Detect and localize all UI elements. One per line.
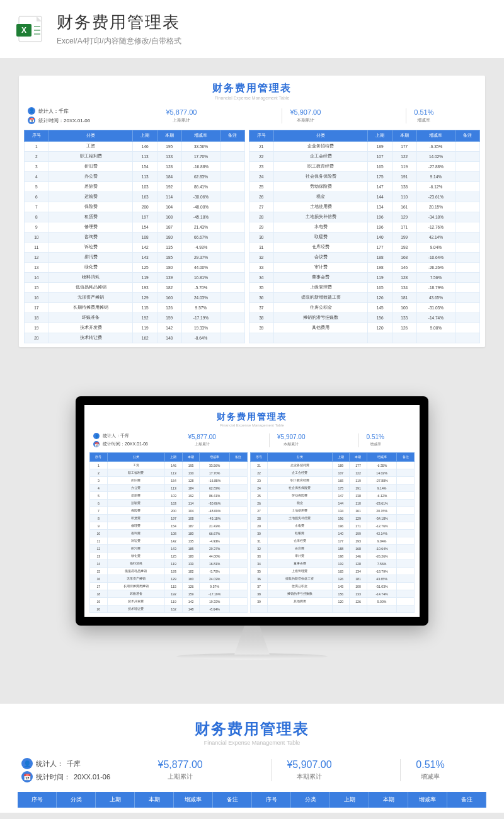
col-header: 分类 xyxy=(268,453,332,462)
stat-value: ¥5,907.00 xyxy=(277,433,306,440)
person-icon: 👤 xyxy=(28,107,35,115)
table-row: 12排污费14318529.37%32会议费188168-10.64% xyxy=(25,253,480,263)
stat-label: 本期累计 xyxy=(290,117,321,123)
table-row: 6运输费163114-30.06%26税金144110-23.61% xyxy=(25,192,480,202)
calendar-icon: 📅 xyxy=(28,117,35,124)
stat-block: 0.51%增减率 xyxy=(406,108,441,123)
col-header: 本期 xyxy=(369,792,408,808)
table-row: 11诉讼费142135-4.93%31仓库经费1771939.04% xyxy=(25,243,480,253)
table-row: 15低值易耗品摊销193182-5.70%35上级管理费165134-18.79… xyxy=(25,283,480,293)
person-text: 统计人：千库 xyxy=(103,433,129,439)
col-header: 上期 xyxy=(330,792,369,808)
col-header: 上期 xyxy=(368,130,392,142)
expense-table: 序号分类上期本期增减率备注序号分类上期本期增减率备注1工资14619533.56… xyxy=(24,130,480,343)
col-header: 序号 xyxy=(249,130,274,142)
calendar-icon: 📅 xyxy=(93,441,100,447)
stat-label: 增减率 xyxy=(416,772,444,781)
stat-label: 增减率 xyxy=(367,442,384,447)
table-row: 8租赁费197108-45.18%28土地损失补偿费196129-34.18% xyxy=(90,515,415,522)
table-row: 9修理费15418721.43%29水电费196171-12.76% xyxy=(90,522,415,530)
col-header: 分类 xyxy=(291,792,330,808)
table-row: 15低值易耗品摊销193182-5.70%35上级管理费165134-18.79… xyxy=(90,568,415,575)
table-row: 12排污费14318529.37%32会议费188168-10.64% xyxy=(90,545,415,553)
table-row: 14物料消耗11913916.81%34董事会费1191287.56% xyxy=(90,560,415,568)
stat-block: ¥5,907.00本期累计 xyxy=(282,108,328,123)
col-header: 序号 xyxy=(90,453,108,462)
time-value: 20XX.01-06 xyxy=(74,773,110,781)
col-header: 备注 xyxy=(229,453,247,462)
excel-icon: X xyxy=(15,14,45,44)
table-row: 18坏账准备192159-17.19%38摊销的潜亏挂账数156133-14.7… xyxy=(25,313,480,323)
stat-label: 本期累计 xyxy=(287,772,331,781)
table-row: 3折旧费154128-16.88%23职工教育经费165119-27.88% xyxy=(25,162,480,172)
table-row: 5差旅费10319286.41%25劳动保险费147138-6.12% xyxy=(90,492,415,500)
table-row: 10咨询费10818066.67%30取暖费14019942.14% xyxy=(90,530,415,537)
stat-block: 0.51%增减率 xyxy=(358,433,392,447)
col-header: 增减率 xyxy=(367,453,397,462)
table-row: 4办公费11318462.83%24社会保务保险费1751919.14% xyxy=(25,172,480,182)
time-label: 统计时间： xyxy=(36,772,71,782)
col-header: 备注 xyxy=(397,453,415,462)
stat-label: 本期累计 xyxy=(277,442,306,447)
sheet-subtitle: Financial Expense Management Table xyxy=(18,740,486,746)
col-header: 本期 xyxy=(135,792,174,808)
stat-value: ¥5,907.00 xyxy=(287,759,331,770)
svg-text:X: X xyxy=(21,26,26,35)
stat-label: 上期累计 xyxy=(166,117,197,123)
stat-block: ¥5,877.00上期累计 xyxy=(180,433,224,447)
col-header: 上期 xyxy=(133,130,158,142)
stat-label: 上期累计 xyxy=(188,442,216,447)
table-row: 17长期待摊费用摊销1151269.57%37住房公积金145100-31.03… xyxy=(25,303,480,313)
stat-value: 0.51% xyxy=(414,108,433,116)
col-header: 序号 xyxy=(250,453,268,462)
col-header: 备注 xyxy=(220,130,245,142)
table-row: 18坏账准备192159-17.19%38摊销的潜亏挂账数156133-14.7… xyxy=(90,590,415,598)
col-header: 上期 xyxy=(96,792,135,808)
person-label: 统计人： xyxy=(36,759,64,769)
table-row: 1工资14619533.56%21企业务招待费189177-6.35% xyxy=(25,142,480,152)
spreadsheet-preview-monitor: 财务费用管理表 Financial Expense Management Tab… xyxy=(84,405,420,617)
product-title: 财务费用管理表 xyxy=(57,11,181,33)
stat-value: ¥5,907.00 xyxy=(290,108,321,116)
col-header: 分类 xyxy=(57,792,96,808)
table-row: 13绿化费12518044.00%33审计费198146-26.26% xyxy=(25,263,480,273)
monitor-mockup: 财务费用管理表 Financial Expense Management Tab… xyxy=(0,365,504,704)
person-value: 千库 xyxy=(67,759,81,769)
col-header: 上期 xyxy=(332,453,350,462)
col-header: 备注 xyxy=(447,792,486,808)
expense-table: 序号分类上期本期增减率备注序号分类上期本期增减率备注1工资14619533.56… xyxy=(89,452,415,613)
table-row: 2职工福利费11313317.70%22企工会经费10712214.02% xyxy=(90,469,415,477)
person-icon: 👤 xyxy=(93,433,100,439)
col-header: 本期 xyxy=(392,130,416,142)
stat-value: 0.51% xyxy=(367,433,384,440)
product-subtitle: Excel/A4打印/内容随意修改/自带格式 xyxy=(57,36,181,47)
person-icon: 👤 xyxy=(21,758,33,769)
stat-block: ¥5,877.00上期累计 xyxy=(159,108,205,123)
stat-block: ¥5,907.00本期累计 xyxy=(269,433,313,447)
table-row: 7保险费200104-48.00%27土地使用费13416120.15% xyxy=(25,202,480,212)
col-header: 序号 xyxy=(18,792,57,808)
col-header: 分类 xyxy=(107,453,164,462)
table-row: 8租赁费197108-45.18%28土地损失补偿费196129-34.18% xyxy=(25,212,480,222)
col-header: 增减率 xyxy=(416,130,455,142)
table-row: 11诉讼费142135-4.93%31仓库经费1771939.04% xyxy=(90,537,415,545)
stat-block: ¥5,877.00上期累计 xyxy=(143,759,218,781)
time-text: 统计时间：20XX.01-06 xyxy=(103,441,148,447)
col-header: 本期 xyxy=(182,453,200,462)
col-header: 备注 xyxy=(455,130,480,142)
sheet-title: 财务费用管理表 xyxy=(24,82,480,95)
stat-value: ¥5,877.00 xyxy=(166,108,197,116)
col-header: 增减率 xyxy=(174,792,213,808)
col-header: 上期 xyxy=(165,453,183,462)
col-header: 增减率 xyxy=(408,792,447,808)
col-header: 增减率 xyxy=(200,453,230,462)
table-row: 3折旧费154128-16.88%23职工教育经费165119-27.88% xyxy=(90,477,415,484)
col-header: 本期 xyxy=(158,130,182,142)
table-row: 17长期待摊费用摊销1151269.57%37住房公积金145100-31.03… xyxy=(90,583,415,590)
stat-value: 0.51% xyxy=(416,759,444,770)
table-row: 19技术开发费11914219.33%39其他费用1201265.00% xyxy=(25,323,480,333)
col-header: 序号 xyxy=(252,792,291,808)
table-row: 1工资14619533.56%21企业务招待费189177-6.35% xyxy=(90,462,415,469)
sheet-title: 财务费用管理表 xyxy=(89,411,415,423)
table-row: 14物料消耗11913916.81%34董事会费1191287.56% xyxy=(25,273,480,283)
